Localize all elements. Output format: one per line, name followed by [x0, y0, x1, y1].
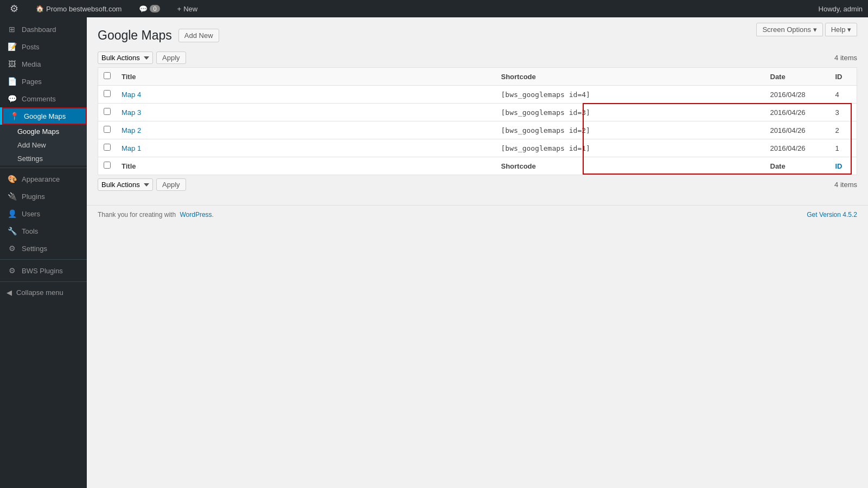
footer-id-link[interactable]: ID — [835, 162, 843, 170]
row-shortcode-cell: [bws_googlemaps id=2] — [496, 121, 765, 139]
new-item[interactable]: + New — [173, 0, 202, 17]
row-date-cell: 2016/04/26 — [765, 139, 830, 157]
media-icon: 🖼 — [7, 60, 17, 68]
bulk-actions-select-top[interactable]: Bulk Actions — [98, 52, 153, 64]
tools-icon: 🔧 — [7, 227, 17, 235]
add-new-button[interactable]: Add New — [178, 29, 219, 42]
header-title-col: Title — [116, 68, 496, 86]
top-tablenav-left: Bulk Actions Apply — [98, 52, 186, 64]
sidebar-item-plugins[interactable]: 🔌 Plugins — [0, 188, 87, 205]
map-title-link-1[interactable]: Map 3 — [122, 108, 141, 117]
row-shortcode-cell: [bws_googlemaps id=4] — [496, 86, 765, 104]
footer-version-link[interactable]: Get Version 4.5.2 — [807, 211, 857, 219]
table-body: Map 4[bws_googlemaps id=4]2016/04/284Map… — [98, 86, 857, 157]
sidebar-item-googlemaps-label: Google Maps — [24, 112, 66, 120]
footer-checkbox-col — [98, 157, 117, 175]
apply-button-top[interactable]: Apply — [156, 52, 186, 64]
plus-icon: + — [177, 5, 182, 13]
sidebar-item-posts[interactable]: 📝 Posts — [0, 38, 87, 55]
sidebar-item-googlemaps[interactable]: 📍 Google Maps — [0, 107, 87, 125]
shortcode-value-1: [bws_googlemaps id=3] — [501, 108, 590, 117]
row-id-cell: 1 — [830, 139, 857, 157]
row-title-cell: Map 4 — [116, 86, 496, 104]
header-title-label: Title — [122, 73, 136, 81]
sidebar-item-pages-label: Pages — [22, 78, 42, 86]
bws-icon: ⚙ — [7, 266, 17, 275]
bulk-actions-select-bottom[interactable]: Bulk Actions — [98, 178, 153, 191]
row-checkbox-cell — [98, 139, 117, 157]
collapse-menu[interactable]: ◀ Collapse menu — [0, 284, 87, 301]
footer-shortcode-col: Shortcode — [496, 157, 765, 175]
sidebar-item-posts-label: Posts — [22, 43, 40, 51]
table-footer-row: Title Shortcode Date ID — [98, 157, 857, 175]
maps-table: Title Shortcode Date ID — [98, 67, 857, 175]
page-footer: Thank you for creating with WordPress. G… — [87, 205, 868, 224]
apply-button-bottom[interactable]: Apply — [156, 178, 186, 191]
menu-separator-2 — [0, 259, 87, 260]
page-title: Google Maps — [98, 28, 172, 43]
main-content: Screen Options ▾ Help ▾ Google Maps Add … — [87, 17, 868, 488]
map-title-link-0[interactable]: Map 4 — [122, 91, 141, 99]
sidebar-item-pages[interactable]: 📄 Pages — [0, 73, 87, 90]
googlemaps-icon: 📍 — [9, 112, 20, 120]
map-title-link-3[interactable]: Map 1 — [122, 144, 141, 152]
row-checkbox-3[interactable] — [104, 144, 111, 151]
home-icon: 🏠 — [36, 5, 44, 12]
row-checkbox-cell — [98, 121, 117, 139]
comments-item[interactable]: 💬 0 — [135, 0, 164, 17]
select-all-checkbox-top[interactable] — [104, 72, 111, 79]
table-row: Map 1[bws_googlemaps id=1]2016/04/261 — [98, 139, 857, 157]
select-all-checkbox-bottom[interactable] — [104, 162, 111, 169]
plugins-icon: 🔌 — [7, 192, 17, 201]
sidebar-item-settings-label: Settings — [22, 245, 47, 253]
row-shortcode-cell: [bws_googlemaps id=1] — [496, 139, 765, 157]
footer-shortcode-label: Shortcode — [501, 162, 536, 170]
footer-wordpress-link[interactable]: WordPress — [180, 211, 212, 219]
menu-separator-1 — [0, 168, 87, 168]
sidebar-item-bws-label: BWS Plugins — [22, 267, 63, 275]
row-id-cell: 2 — [830, 121, 857, 139]
footer-title-label: Title — [122, 162, 136, 170]
row-date-cell: 2016/04/26 — [765, 104, 830, 121]
site-name-item[interactable]: 🏠 Promo bestwebsoft.com — [31, 0, 126, 17]
footer-date-col: Date — [765, 157, 830, 175]
row-date-cell: 2016/04/28 — [765, 86, 830, 104]
header-id-label: ID — [835, 73, 843, 81]
sidebar-item-dashboard[interactable]: ⊞ Dashboard — [0, 21, 87, 38]
sidebar-item-appearance[interactable]: 🎨 Appearance — [0, 170, 87, 188]
row-checkbox-cell — [98, 86, 117, 104]
sidebar-item-users[interactable]: 👤 Users — [0, 205, 87, 222]
settings-icon: ⚙ — [7, 244, 17, 253]
shortcode-value-2: [bws_googlemaps id=2] — [501, 126, 590, 134]
wp-logo-icon: ⚙ — [10, 3, 18, 15]
row-id-cell: 3 — [830, 104, 857, 121]
menu-separator-3 — [0, 281, 87, 282]
sidebar-item-tools-label: Tools — [22, 227, 38, 235]
submenu-item-settings[interactable]: Settings — [0, 152, 87, 165]
sidebar-item-media[interactable]: 🖼 Media — [0, 55, 87, 73]
users-icon: 👤 — [7, 209, 17, 218]
wp-logo-item[interactable]: ⚙ — [5, 0, 23, 17]
sidebar-item-bws-plugins[interactable]: ⚙ BWS Plugins — [0, 262, 87, 279]
site-name-label: Promo bestwebsoft.com — [46, 5, 122, 13]
header-date-col: Date — [765, 68, 830, 86]
sidebar: ⊞ Dashboard 📝 Posts 🖼 Media 📄 Pages 💬 Co… — [0, 17, 87, 488]
header-date-label: Date — [770, 73, 786, 81]
header-shortcode-label: Shortcode — [501, 73, 536, 81]
row-checkbox-1[interactable] — [104, 108, 111, 115]
sidebar-item-comments-label: Comments — [22, 95, 56, 103]
map-title-link-2[interactable]: Map 2 — [122, 126, 141, 134]
sidebar-item-comments[interactable]: 💬 Comments — [0, 90, 87, 107]
sidebar-item-tools[interactable]: 🔧 Tools — [0, 222, 87, 240]
submenu-item-add-new[interactable]: Add New — [0, 138, 87, 152]
bottom-items-count: 4 items — [834, 181, 857, 189]
row-checkbox-0[interactable] — [104, 90, 111, 97]
submenu-item-googlemaps[interactable]: Google Maps — [0, 125, 87, 138]
row-date-cell: 2016/04/26 — [765, 121, 830, 139]
footer-left: Thank you for creating with WordPress. — [98, 211, 214, 219]
row-checkbox-2[interactable] — [104, 126, 111, 133]
pages-icon: 📄 — [7, 77, 17, 86]
sidebar-item-settings[interactable]: ⚙ Settings — [0, 240, 87, 257]
appearance-icon: 🎨 — [7, 175, 17, 183]
row-title-cell: Map 3 — [116, 104, 496, 121]
